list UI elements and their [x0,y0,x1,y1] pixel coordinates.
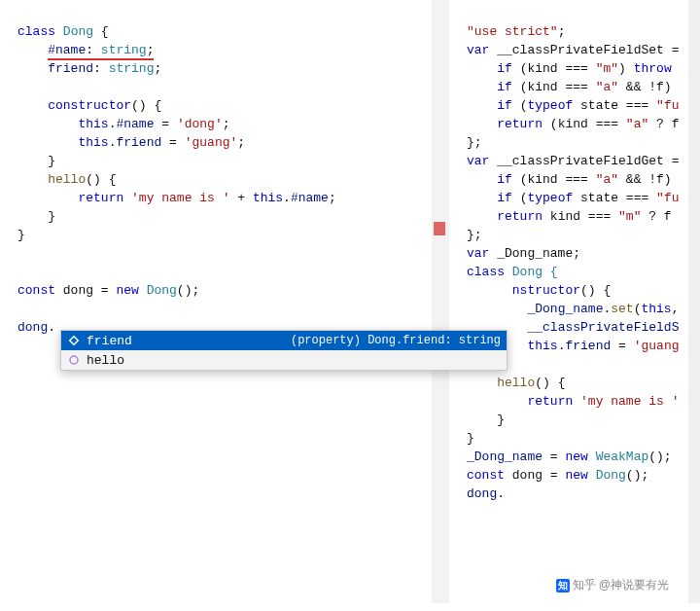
kw-new: new [116,283,138,298]
editor-right-pane[interactable]: "use strict"; var __classPrivateFieldSet… [449,0,700,603]
autocomplete-detail: (property) Dong.friend: string [291,334,501,347]
private-field-decl: #name [48,43,86,57]
brace: { [93,24,109,39]
autocomplete-item-friend[interactable]: friend (property) Dong.friend: string [61,331,507,350]
autocomplete-label: hello [87,353,495,368]
type-string: string [109,61,155,76]
kw-this: this [78,117,108,131]
kw-class: class [18,24,55,39]
watermark: 知 知乎 @神说要有光 [556,577,669,593]
brace: } [18,228,25,242]
method-icon [67,353,81,367]
svg-point-1 [70,356,78,364]
kw-const: const [18,283,55,298]
brace: } [48,154,55,168]
kw-var: var [467,43,489,57]
field-icon [67,334,81,347]
svg-rect-0 [70,337,78,344]
scrollbar-vertical[interactable] [688,0,700,603]
obj-dong: dong [18,320,48,335]
use-strict: "use strict" [467,24,558,39]
autocomplete-popup[interactable]: friend (property) Dong.friend: string he… [60,330,508,371]
watermark-author: @神说要有光 [599,577,669,593]
string-literal: 'dong' [177,117,223,131]
kw-constructor: constructor [48,98,131,113]
autocomplete-item-hello[interactable]: hello [61,350,507,370]
autocomplete-label: friend [87,334,285,348]
kw-this: this [78,135,108,150]
class-name: Dong [63,24,93,39]
field-friend: friend [48,61,93,76]
diff-marker [434,222,445,235]
diff-gutter [432,0,449,603]
editor-left-pane[interactable]: class Dong { #name: string; friend: stri… [0,0,432,603]
watermark-site: 知乎 [573,577,596,593]
kw-return: return [78,191,123,205]
method-hello: hello [48,172,86,187]
type-string: string [101,43,147,57]
string-literal: 'guang' [185,135,238,150]
brace: } [48,209,55,224]
zhihu-icon: 知 [556,579,570,593]
